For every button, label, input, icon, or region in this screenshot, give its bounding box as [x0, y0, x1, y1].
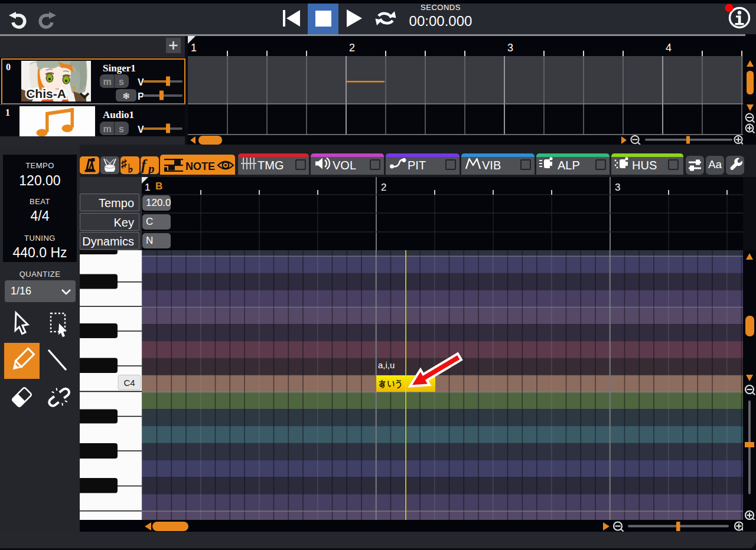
svg-text:Chis-A: Chis-A	[26, 87, 66, 100]
svg-text:2: 2	[349, 42, 355, 54]
svg-text:❄: ❄	[122, 91, 130, 101]
svg-text:P: P	[138, 91, 144, 102]
svg-text:f: f	[141, 157, 148, 173]
svg-text:♯: ♯	[121, 157, 127, 170]
svg-text:3: 3	[507, 42, 513, 54]
svg-text:1: 1	[145, 182, 150, 193]
svg-text:1: 1	[191, 42, 197, 54]
svg-text:V: V	[138, 77, 144, 87]
svg-text:C4: C4	[123, 378, 135, 388]
svg-text:3: 3	[615, 182, 620, 193]
svg-text:B: B	[155, 181, 162, 192]
svg-text:4: 4	[666, 42, 672, 54]
svg-text:m: m	[103, 77, 111, 87]
svg-text:♭: ♭	[128, 162, 133, 174]
svg-text:V: V	[138, 125, 144, 135]
svg-text:s: s	[119, 124, 124, 134]
svg-text:m: m	[103, 124, 111, 134]
svg-text:s: s	[119, 77, 124, 87]
svg-text:p: p	[147, 162, 155, 174]
svg-text:a,i,u: a,i,u	[378, 360, 395, 370]
svg-text:2: 2	[381, 182, 386, 193]
